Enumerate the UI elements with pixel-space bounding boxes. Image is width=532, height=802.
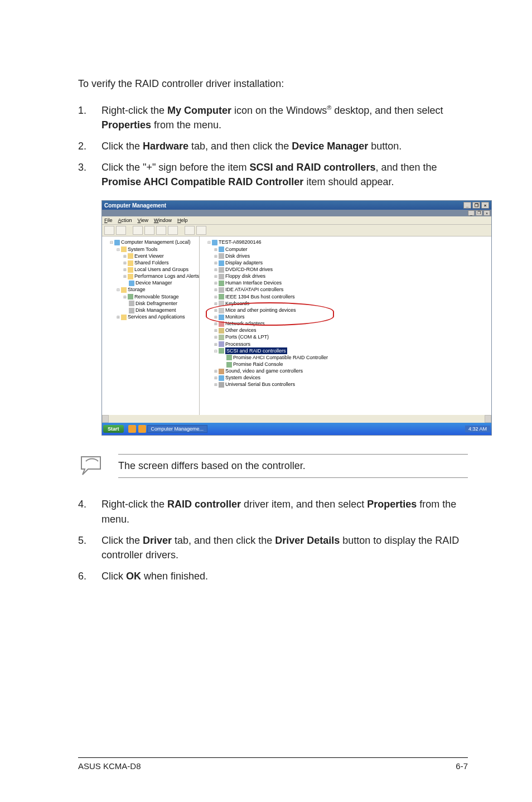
step-number: 5.: [78, 533, 101, 562]
taskbar: Start Computer Manageme... 4:32 AM: [102, 423, 491, 435]
dm-item[interactable]: DVD/CD-ROM drives: [214, 266, 490, 273]
steps-top: 1. Right-click the My Computer icon on t…: [78, 103, 468, 189]
toolbar-refresh-button[interactable]: [156, 226, 166, 235]
dm-root[interactable]: TEST-A898200146 Computer Disk drives Dis…: [207, 239, 490, 388]
tree-item[interactable]: Local Users and Groups: [123, 266, 198, 273]
menu-action[interactable]: Action: [118, 218, 132, 223]
divider: [118, 477, 468, 478]
toolbar-extra-button[interactable]: [196, 226, 206, 235]
page-footer: ASUS KCMA-D8 6-7: [78, 757, 468, 771]
tree-item[interactable]: Event Viewer: [123, 253, 198, 259]
dm-item[interactable]: System devices: [214, 374, 490, 381]
step-text: Right-click the RAID controller driver i…: [101, 497, 468, 526]
dm-item[interactable]: Ports (COM & LPT): [214, 334, 490, 340]
outer-window-titlebar: Computer Management _ ❐ ×: [102, 201, 491, 210]
footer-left: ASUS KCMA-D8: [78, 761, 141, 771]
tree-item[interactable]: Performance Logs and Alerts: [123, 273, 198, 279]
dm-item[interactable]: Mice and other pointing devices: [214, 307, 490, 313]
window-title: Computer Management: [104, 202, 166, 209]
dm-item[interactable]: Network adapters: [214, 320, 490, 327]
step-text: Click the Hardware tab, and then click t…: [101, 139, 468, 153]
note-text: The screen differs based on the controll…: [118, 455, 468, 477]
quicklaunch-icon[interactable]: [138, 425, 146, 433]
note-block: The screen differs based on the controll…: [78, 453, 468, 478]
note-icon: [78, 453, 107, 478]
toolbar: [102, 225, 491, 236]
dm-item[interactable]: Monitors: [214, 313, 490, 320]
step-text: Right-click the My Computer icon on the …: [101, 103, 468, 132]
mdi-minimize-button[interactable]: _: [468, 210, 475, 216]
toolbar-up-button[interactable]: [133, 226, 143, 235]
maximize-button[interactable]: ❐: [472, 202, 480, 209]
minimize-button[interactable]: _: [463, 202, 471, 209]
dm-item[interactable]: Universal Serial Bus controllers: [214, 381, 490, 388]
tree-root[interactable]: Computer Management (Local) System Tools…: [110, 239, 198, 320]
tree-system-tools[interactable]: System Tools Event Viewer Shared Folders…: [117, 246, 198, 287]
tree-services[interactable]: Services and Applications: [117, 313, 198, 320]
step-text: Click the Driver tab, and then click the…: [101, 533, 468, 562]
dm-promise-ahci[interactable]: Promise AHCI Compatible RAID Controller: [221, 354, 490, 361]
mdi-child-titlebar: _ ❐ ×: [102, 210, 491, 216]
dm-promise-console[interactable]: Promise Raid Console: [221, 361, 490, 368]
menu-window[interactable]: Window: [154, 218, 172, 223]
step-number: 6.: [78, 569, 101, 583]
dm-item[interactable]: Human Interface Devices: [214, 279, 490, 286]
toolbar-help-button[interactable]: [185, 226, 195, 235]
step-number: 3.: [78, 160, 101, 189]
scroll-left-button[interactable]: [102, 415, 109, 423]
mmc-tree-pane[interactable]: Computer Management (Local) System Tools…: [102, 236, 200, 415]
tree-storage[interactable]: Storage Removable Storage Disk Defragmen…: [117, 286, 198, 313]
steps-bottom: 4. Right-click the RAID controller drive…: [78, 497, 468, 583]
step-text: Click OK when finished.: [101, 569, 468, 583]
toolbar-export-button[interactable]: [168, 226, 178, 235]
dm-item[interactable]: Keyboards: [214, 300, 490, 307]
dm-item[interactable]: IDE ATA/ATAPI controllers: [214, 286, 490, 293]
tree-item[interactable]: Disk Defragmenter: [123, 300, 198, 307]
step-number: 4.: [78, 497, 101, 526]
toolbar-forward-button[interactable]: [116, 226, 126, 235]
dm-item[interactable]: IEEE 1394 Bus host controllers: [214, 293, 490, 300]
menu-view[interactable]: View: [138, 218, 148, 223]
dm-item[interactable]: Floppy disk drives: [214, 273, 490, 279]
step-number: 2.: [78, 139, 101, 153]
dm-item[interactable]: Disk drives: [214, 253, 490, 259]
device-manager-pane[interactable]: TEST-A898200146 Computer Disk drives Dis…: [200, 236, 491, 415]
tree-item[interactable]: Shared Folders: [123, 259, 198, 266]
menu-file[interactable]: File: [104, 218, 113, 223]
dm-item[interactable]: Computer: [214, 246, 490, 253]
step-number: 1.: [78, 103, 101, 132]
screenshot: Computer Management _ ❐ × _ ❐ × File Act…: [101, 200, 468, 436]
intro-text: To verify the RAID controller driver ins…: [78, 78, 468, 90]
toolbar-back-button[interactable]: [104, 226, 114, 235]
menu-help[interactable]: Help: [177, 218, 188, 223]
start-button[interactable]: Start: [103, 425, 124, 433]
dm-item[interactable]: Other devices: [214, 327, 490, 334]
system-tray-clock[interactable]: 4:32 AM: [465, 426, 490, 432]
dm-item[interactable]: Processors: [214, 341, 490, 347]
scrollbar[interactable]: [102, 415, 491, 423]
scroll-right-button[interactable]: [485, 415, 491, 423]
close-button[interactable]: ×: [481, 202, 489, 209]
dm-item[interactable]: Display adapters: [214, 259, 490, 266]
toolbar-properties-button[interactable]: [144, 226, 154, 235]
footer-right: 6-7: [456, 761, 468, 771]
tree-device-manager[interactable]: Device Manager: [123, 279, 198, 286]
step-text: Click the "+" sign before the item SCSI …: [101, 160, 468, 189]
mdi-maximize-button[interactable]: ❐: [476, 210, 482, 216]
taskbar-button[interactable]: Computer Manageme...: [147, 425, 208, 433]
menubar: File Action View Window Help: [102, 216, 491, 225]
mdi-close-button[interactable]: ×: [483, 210, 490, 216]
dm-item[interactable]: Sound, video and game controllers: [214, 368, 490, 374]
quicklaunch-icon[interactable]: [128, 425, 136, 433]
dm-scsi-raid[interactable]: SCSI and RAID controllers Promise AHCI C…: [214, 347, 490, 368]
tree-item[interactable]: Removable Storage: [123, 293, 198, 300]
tree-item[interactable]: Disk Management: [123, 307, 198, 313]
